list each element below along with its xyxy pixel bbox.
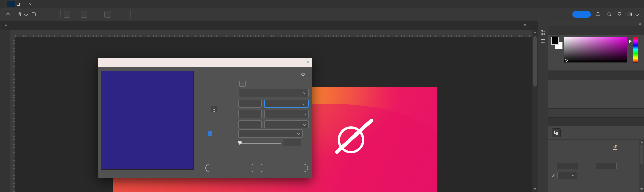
horizontal-ruler[interactable] bbox=[15, 30, 532, 37]
image-size-dialog: × bbox=[98, 58, 312, 178]
paths-panel-footer bbox=[548, 108, 644, 117]
hue-slider-arrow[interactable] bbox=[629, 40, 632, 43]
canvas-vertical-scrollbar[interactable] bbox=[532, 30, 538, 192]
foreground-background-swatches[interactable] bbox=[551, 37, 564, 50]
collapsed-panel-strip bbox=[538, 21, 548, 192]
properties-panel-body: ↺ bbox=[548, 126, 644, 192]
comments-panel-icon[interactable] bbox=[540, 38, 546, 44]
close-icon: × bbox=[29, 2, 32, 7]
tools-panel bbox=[0, 30, 10, 192]
y-input[interactable] bbox=[596, 163, 617, 169]
separator bbox=[130, 10, 131, 18]
cancel-button[interactable] bbox=[259, 164, 308, 172]
gear-icon[interactable] bbox=[300, 72, 306, 77]
height-unit-select[interactable] bbox=[264, 110, 309, 118]
ruler-ticks bbox=[13, 37, 15, 192]
tab-overflow-icon[interactable]: « bbox=[524, 23, 526, 27]
resample-checkbox[interactable] bbox=[208, 131, 212, 136]
image-preview[interactable] bbox=[101, 71, 194, 170]
color-gradient-field[interactable] bbox=[564, 37, 627, 63]
foreground-color-swatch[interactable] bbox=[551, 37, 559, 45]
link-bracket bbox=[214, 114, 219, 114]
resample-select[interactable] bbox=[238, 129, 303, 138]
chevron-down-icon bbox=[303, 103, 306, 105]
reduce-noise-input[interactable] bbox=[283, 139, 301, 146]
scroll-down-icon[interactable] bbox=[534, 188, 536, 190]
chevron-down-icon bbox=[303, 123, 306, 126]
search-icon[interactable] bbox=[607, 12, 612, 17]
dimensions-dropdown-button[interactable] bbox=[239, 81, 246, 87]
workspace-chevron-icon[interactable] bbox=[636, 13, 639, 16]
dialog-close-icon[interactable]: × bbox=[306, 59, 309, 65]
maximize-icon bbox=[17, 3, 20, 6]
properties-panel-tabs bbox=[548, 118, 644, 126]
fit-to-select[interactable] bbox=[239, 89, 309, 97]
scroll-all-windows-checkbox[interactable] bbox=[32, 12, 36, 16]
close-button[interactable]: × bbox=[24, 0, 36, 8]
window-controls: × bbox=[0, 0, 644, 8]
home-icon[interactable] bbox=[5, 12, 11, 17]
photoshop-logo bbox=[7, 1, 15, 7]
reset-transform-icon[interactable]: ↺ bbox=[613, 144, 617, 150]
hand-tool-dropdown-icon[interactable] bbox=[24, 13, 28, 16]
fit-screen-button[interactable] bbox=[81, 11, 87, 18]
version-history-panel-icon[interactable] bbox=[540, 30, 546, 36]
ruler-corner bbox=[10, 30, 15, 37]
ruler-ticks bbox=[15, 35, 532, 37]
menu-bar: × bbox=[0, 0, 644, 8]
link-bracket bbox=[214, 104, 219, 104]
properties-scrollbar[interactable] bbox=[639, 139, 644, 192]
photoshop-window: × » « bbox=[0, 0, 644, 192]
dialog-titlebar[interactable]: × bbox=[98, 58, 312, 67]
x-input[interactable] bbox=[557, 163, 578, 169]
link-dimensions-icon[interactable] bbox=[211, 106, 217, 112]
rotation-angle-dropdown[interactable] bbox=[571, 172, 577, 179]
ok-button[interactable] bbox=[205, 164, 255, 172]
separator bbox=[60, 10, 61, 18]
hue-slider-bar[interactable] bbox=[633, 37, 638, 63]
color-panel-tabs bbox=[548, 26, 644, 35]
paths-panel-body bbox=[548, 80, 644, 108]
fill-screen-button[interactable] bbox=[104, 11, 111, 18]
smart-object-icon[interactable] bbox=[552, 128, 561, 137]
scroll-up-icon[interactable] bbox=[534, 32, 536, 33]
chevron-down-icon bbox=[297, 132, 300, 135]
document-tab-bar: » « bbox=[0, 21, 538, 30]
notifications-bell-icon[interactable] bbox=[595, 12, 601, 17]
reduce-noise-slider[interactable] bbox=[239, 143, 281, 144]
width-input[interactable] bbox=[238, 100, 262, 108]
options-bar bbox=[0, 8, 644, 21]
collapse-panels-icon[interactable]: » bbox=[639, 21, 641, 26]
rotation-angle-icon bbox=[551, 173, 556, 178]
color-panel-body bbox=[548, 35, 644, 70]
hand-tool-icon[interactable] bbox=[17, 12, 23, 17]
rotation-angle-input[interactable] bbox=[557, 172, 571, 179]
vertical-ruler[interactable] bbox=[10, 37, 15, 192]
resolution-input[interactable] bbox=[238, 120, 262, 128]
discover-lightbulb-icon[interactable] bbox=[617, 12, 622, 17]
chevron-down-icon bbox=[303, 91, 306, 94]
height-input[interactable] bbox=[238, 110, 262, 118]
panel-dock: » bbox=[548, 21, 644, 192]
toolbar-collapse-icon[interactable]: » bbox=[5, 23, 7, 27]
zoom-100-button[interactable] bbox=[64, 11, 70, 18]
resolution-unit-select[interactable] bbox=[264, 120, 309, 128]
reduce-noise-slider-thumb[interactable] bbox=[238, 141, 242, 145]
channels-paths-panel-tabs bbox=[548, 71, 644, 80]
color-field-marker bbox=[565, 59, 568, 62]
width-unit-select[interactable] bbox=[264, 100, 309, 108]
share-button[interactable] bbox=[572, 11, 591, 18]
scrollbar-thumb[interactable] bbox=[533, 36, 537, 87]
workspace-switcher-icon[interactable] bbox=[627, 12, 632, 17]
chevron-down-icon bbox=[303, 113, 306, 115]
